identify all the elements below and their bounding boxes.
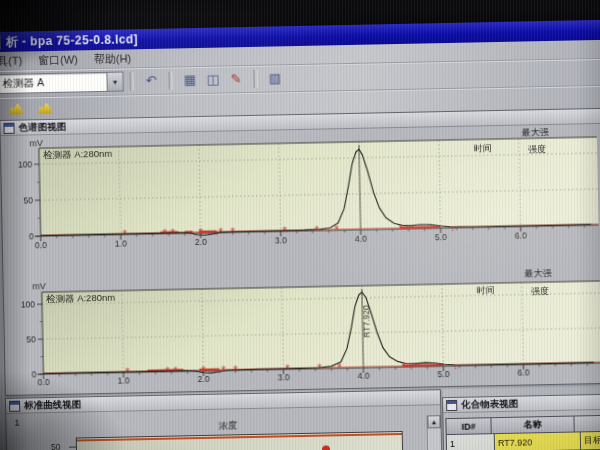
integration-segment [403,365,443,366]
detector-select[interactable]: 检测器 A ▼ [0,72,124,95]
peak-arrow-marker: ↓ [453,360,458,370]
window-title: 析 - bpa 75-25-0.8.lcd] [6,31,138,51]
calibration-curve-line [77,433,402,442]
menu-item-help[interactable]: 帮助(H) [94,51,132,67]
menu-item-window[interactable]: 窗口(W) [38,52,78,68]
calibration-scrollbar[interactable]: ▲ [426,415,441,450]
chromatogram-plot-2[interactable]: 0501000.01.02.03.04.05.06.0**********↓↓m… [3,261,600,395]
compound-table-panel: 化合物表视图 ID# 名称 1 RT7.920 目标 [442,394,600,450]
child-window-icon [3,122,14,133]
svg-text:4.0: 4.0 [355,234,367,244]
column-header-type [574,416,600,432]
edit-pencil-icon: ✎ [230,71,241,86]
undo-button[interactable]: ↶ [139,71,162,91]
column-header-id: ID# [446,418,491,434]
preview-button[interactable]: ◫ [201,69,224,89]
detector-select-value: 检测器 A [0,73,107,93]
peak-start-end-marker: * [122,227,127,241]
intensity-column-header: 强度 [531,286,549,296]
peak-start-end-marker: * [125,365,130,379]
chromatogram-plot-1[interactable]: 0501000.01.02.03.04.05.06.0**********↓↓m… [1,123,600,265]
compound-table-row[interactable]: 1 RT7.920 目标 [447,432,600,450]
peak-start-end-marker: * [221,364,226,378]
compound-index-label: 1 [14,417,20,428]
peak-arrow-marker: ↓ [521,359,526,369]
compound-id-cell[interactable]: 1 [447,434,495,450]
peak-start-end-marker: * [233,363,238,377]
calibration-plot-area[interactable] [76,431,404,450]
toolbar-separator [168,72,172,90]
svg-text:0.0: 0.0 [38,377,50,387]
calibration-curve-panel: 标准曲线视图 1 浓度 50 ▲ [5,389,443,450]
peak-arrow-marker: ↓ [450,222,455,232]
svg-text:0: 0 [32,369,37,379]
peak-start-end-marker: * [198,226,203,240]
peak-start-end-marker: * [314,224,319,238]
dropdown-arrow-icon[interactable]: ▼ [106,73,122,91]
peak-rt-label: RT7.920 [361,305,372,338]
peak-start-end-marker: * [285,362,290,376]
overlay-icon: ▦ [184,72,197,87]
time-column-header: 时间 [477,285,495,295]
max-intensity-header: 最大强 [523,268,551,279]
compound-name-cell[interactable]: RT7.920 [495,432,581,450]
plot-background [42,281,600,374]
time-column-header: 时间 [474,143,492,153]
integration-tool-button-1[interactable] [6,100,26,116]
toolbar-separator [129,72,133,90]
peak-start-end-marker: * [170,227,175,241]
detector-label: 检测器 A:280nm [43,148,112,160]
peak-start-end-marker: * [218,226,223,240]
calibration-panel-title: 标准曲线视图 [24,398,81,412]
peak-start-end-marker: * [282,224,287,238]
peak-start-end-marker: * [401,360,406,374]
peak-arrow-marker: ↓ [518,221,523,231]
concentration-axis-label: 浓度 [218,419,237,432]
compound-table: ID# 名称 1 RT7.920 目标 [445,415,600,450]
peak-start-end-marker: * [334,223,339,237]
detector-label: 检测器 A:280nm [46,292,115,304]
peak-start-end-marker: * [337,361,342,375]
application-window: 析 - bpa 75-25-0.8.lcd] 具(T) 窗口(W) 帮助(H) … [0,20,600,450]
peak-start-end-marker: * [317,362,322,376]
scroll-up-button[interactable]: ▲ [427,415,440,428]
peak-start-end-marker: * [165,365,170,379]
chromatogram-view-panel: 色谱图视图 0501000.01.02.03.04.05.06.0*******… [0,108,600,396]
svg-text:5.0: 5.0 [438,369,450,379]
overlay-view-button[interactable]: ▦ [178,70,201,90]
svg-text:0.0: 0.0 [35,240,47,250]
peak-start-end-marker: * [230,225,235,239]
calibration-y-tick: 50 [51,442,61,450]
svg-text:100: 100 [18,159,33,169]
app-icon[interactable] [0,35,1,49]
integration-icon-2 [38,102,52,113]
svg-text:6.0: 6.0 [515,230,527,240]
y-unit-label: mV [32,281,46,291]
compound-panel-title: 化合物表视图 [461,397,518,411]
integration-segment [401,227,441,228]
peak-start-end-marker: * [398,222,403,236]
compound-type-cell[interactable]: 目标 [581,432,600,450]
svg-text:100: 100 [21,299,36,309]
edit-button[interactable]: ✎ [224,69,247,89]
undo-icon: ↶ [145,73,156,88]
calibration-data-point[interactable] [322,445,330,450]
peak-start-end-marker: * [173,364,178,378]
report-button[interactable]: ▧ [263,68,286,88]
calibration-panel-body: 1 浓度 50 ▲ [6,405,441,450]
preview-icon: ◫ [207,72,220,87]
integration-tool-button-2[interactable] [35,100,55,116]
max-intensity-header: 最大强 [521,127,549,138]
child-window-icon [446,399,457,410]
compound-panel-titlebar[interactable]: 化合物表视图 [443,395,600,413]
peak-start-end-marker: * [201,364,206,378]
chromatogram-panel-title: 色谱图视图 [18,120,66,134]
calibration-y-tickmark [69,447,76,448]
column-header-name: 名称 [491,417,574,434]
intensity-column-header: 强度 [528,144,546,154]
svg-text:5.0: 5.0 [435,232,447,242]
menu-item-tools[interactable]: 具(T) [0,53,22,68]
peak-start-end-marker: * [162,227,167,241]
svg-text:50: 50 [26,334,36,344]
svg-text:50: 50 [23,195,33,205]
